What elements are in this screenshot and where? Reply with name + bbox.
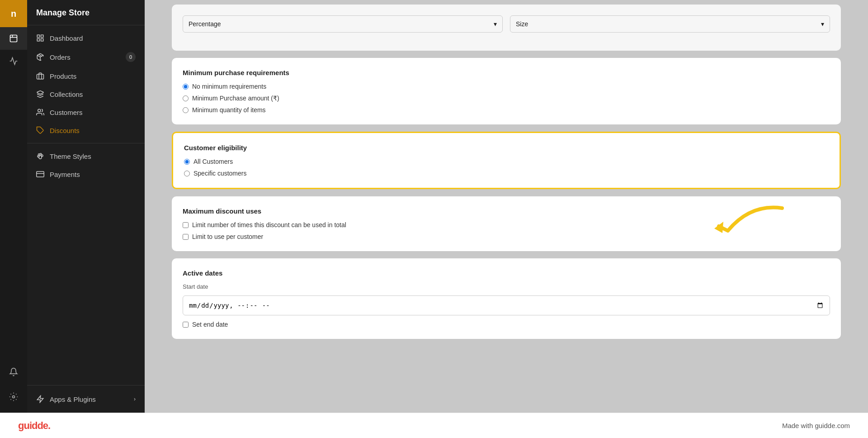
specific-customers-option[interactable]: Specific customers xyxy=(184,170,829,177)
svg-rect-0 xyxy=(10,35,17,42)
svg-rect-14 xyxy=(37,171,44,177)
sidebar-item-theme-styles[interactable]: Theme Styles xyxy=(27,147,145,165)
collections-icon xyxy=(36,90,44,98)
top-dropdown-row: Percentage ▾ Size ▾ xyxy=(183,15,830,33)
svg-rect-7 xyxy=(37,74,44,79)
min-amount-label: Minimum Purchase amount (₹) xyxy=(192,95,279,102)
limit-total-label: Limit number of times this discount can … xyxy=(192,221,346,229)
dashboard-icon xyxy=(36,34,44,42)
sidebar-nav: Dashboard Orders 0 Products Collections … xyxy=(27,25,145,385)
svg-point-8 xyxy=(38,109,41,112)
orders-badge: 0 xyxy=(126,52,136,62)
active-dates-card: Active dates Start date Set end date xyxy=(172,258,841,339)
sidebar-item-label-discounts: Discounts xyxy=(50,127,80,134)
min-qty-label: Minimum quantity of items xyxy=(192,106,266,114)
all-customers-radio[interactable] xyxy=(184,159,190,165)
svg-marker-17 xyxy=(714,222,723,233)
limit-total-checkbox[interactable] xyxy=(183,222,189,228)
type-dropdown[interactable]: Percentage ▾ xyxy=(183,15,503,33)
sidebar-item-label-dashboard: Dashboard xyxy=(50,34,83,42)
specific-customers-radio[interactable] xyxy=(184,171,190,176)
top-dropdown-card: Percentage ▾ Size ▾ xyxy=(172,5,841,51)
minimum-purchase-title: Minimum purchase requirements xyxy=(183,69,830,76)
sidebar-item-label-customers: Customers xyxy=(50,109,83,116)
sidebar-title: Manage Store xyxy=(27,0,145,25)
icon-rail-settings[interactable] xyxy=(0,386,27,408)
svg-rect-2 xyxy=(37,35,39,37)
svg-marker-16 xyxy=(37,396,43,403)
sidebar-item-products[interactable]: Products xyxy=(27,67,145,85)
set-end-date-option[interactable]: Set end date xyxy=(183,321,830,328)
type-dropdown-chevron: ▾ xyxy=(494,20,497,28)
icon-rail-store[interactable] xyxy=(0,27,27,50)
svg-point-1 xyxy=(13,396,15,398)
min-qty-radio[interactable] xyxy=(183,107,189,113)
limit-per-customer-checkbox[interactable] xyxy=(183,234,189,240)
limit-per-customer-label: Limit to use per customer xyxy=(192,233,263,240)
sidebar-item-label-apps: Apps & Plugins xyxy=(50,395,96,403)
min-amount-option[interactable]: Minimum Purchase amount (₹) xyxy=(183,95,830,102)
app-logo[interactable]: n xyxy=(0,0,27,27)
main-content: Percentage ▾ Size ▾ Minimum purchase req… xyxy=(145,0,868,413)
arrow-annotation xyxy=(714,199,787,253)
icon-rail-analytics[interactable] xyxy=(0,50,27,72)
customer-eligibility-title: Customer eligibility xyxy=(184,144,829,152)
apps-chevron-icon: › xyxy=(134,396,136,402)
set-end-date-checkbox[interactable] xyxy=(183,322,189,328)
products-icon xyxy=(36,72,44,80)
sidebar-item-label-products: Products xyxy=(50,72,76,80)
sidebar-item-label-payments: Payments xyxy=(50,171,80,178)
size-dropdown-chevron: ▾ xyxy=(821,20,824,28)
sidebar-bottom: Apps & Plugins › xyxy=(27,385,145,413)
no-min-label: No minimum requirements xyxy=(192,83,266,90)
icon-rail-bottom xyxy=(0,361,27,413)
start-date-input[interactable] xyxy=(183,295,830,315)
sidebar-item-collections[interactable]: Collections xyxy=(27,85,145,103)
sidebar-item-payments[interactable]: Payments xyxy=(27,165,145,183)
min-qty-option[interactable]: Minimum quantity of items xyxy=(183,106,830,114)
specific-customers-label: Specific customers xyxy=(193,170,246,177)
sidebar-item-label-orders: Orders xyxy=(50,53,71,61)
sidebar-item-label-theme-styles: Theme Styles xyxy=(50,152,91,160)
icon-rail: n xyxy=(0,0,27,413)
apps-plugins-icon xyxy=(36,395,44,403)
size-dropdown[interactable]: Size ▾ xyxy=(510,15,830,33)
sidebar-item-label-collections: Collections xyxy=(50,90,83,98)
sidebar-item-discounts[interactable]: Discounts xyxy=(27,121,145,139)
all-customers-option[interactable]: All Customers xyxy=(184,158,829,165)
min-amount-radio[interactable] xyxy=(183,95,189,101)
svg-rect-3 xyxy=(41,35,43,37)
minimum-purchase-card: Minimum purchase requirements No minimum… xyxy=(172,58,841,124)
payments-icon xyxy=(36,170,44,178)
type-dropdown-value: Percentage xyxy=(189,20,221,28)
size-dropdown-value: Size xyxy=(516,20,528,28)
orders-icon xyxy=(36,53,44,61)
sidebar-item-customers[interactable]: Customers xyxy=(27,103,145,121)
footer: guidde. Made with guidde.com xyxy=(0,413,868,438)
start-date-label: Start date xyxy=(183,283,830,290)
set-end-date-label: Set end date xyxy=(192,321,228,328)
customers-icon xyxy=(36,108,44,116)
all-customers-label: All Customers xyxy=(193,158,233,165)
footer-logo: guidde. xyxy=(18,420,50,432)
no-min-option[interactable]: No minimum requirements xyxy=(183,83,830,90)
svg-rect-5 xyxy=(41,39,43,41)
sidebar: Manage Store Dashboard Orders 0 Products… xyxy=(27,0,145,413)
no-min-radio[interactable] xyxy=(183,84,189,90)
customer-eligibility-card: Customer eligibility All Customers Speci… xyxy=(172,132,841,189)
discounts-icon xyxy=(36,126,44,134)
icon-rail-notifications[interactable] xyxy=(0,361,27,383)
theme-styles-icon xyxy=(36,152,44,160)
footer-made-with: Made with guidde.com xyxy=(782,422,850,429)
minimum-purchase-options: No minimum requirements Minimum Purchase… xyxy=(183,83,830,114)
sidebar-item-orders[interactable]: Orders 0 xyxy=(27,47,145,67)
customer-eligibility-options: All Customers Specific customers xyxy=(184,158,829,177)
sidebar-item-apps-plugins[interactable]: Apps & Plugins › xyxy=(27,390,145,408)
active-dates-title: Active dates xyxy=(183,269,830,277)
svg-rect-4 xyxy=(37,39,39,41)
sidebar-item-dashboard[interactable]: Dashboard xyxy=(27,29,145,47)
